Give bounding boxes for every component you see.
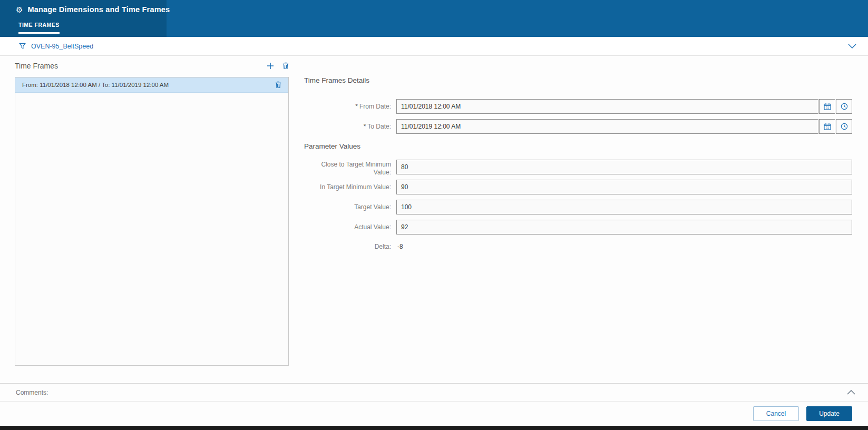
target-value-label: Target Value: [304,200,391,211]
close-to-target-input[interactable] [396,160,852,174]
target-value-input[interactable] [396,200,852,214]
chevron-up-icon[interactable] [847,390,855,395]
timeframe-list-item[interactable]: From: 11/01/2018 12:00 AM / To: 11/01/20… [15,77,288,93]
page-title: Manage Dimensions and Time Frames [27,5,170,14]
from-date-clock-button[interactable] [836,99,852,114]
manage-gear-icon: ⚙ [16,6,23,14]
in-target-label: In Target Minimum Value: [304,180,391,191]
target-value-row: Target Value: [304,200,852,214]
footer: Cancel Update [0,401,868,426]
parameter-values-title: Parameter Values [304,142,360,150]
update-button[interactable]: Update [806,406,852,421]
from-date-calendar-button[interactable]: 31 [819,99,835,114]
delta-label: Delta: [304,243,391,251]
delta-row: Delta: -8 [304,243,852,251]
chevron-down-icon[interactable] [848,44,856,48]
details-section-title: Time Frames Details [304,76,369,84]
close-to-target-row: Close to Target Minimum Value: [304,160,852,177]
header: ⚙ Manage Dimensions and Time Frames TIME… [0,0,868,37]
required-marker: * [364,123,366,130]
filter-icon [19,43,26,50]
from-date-label: *From Date: [304,99,391,111]
in-target-row: In Target Minimum Value: [304,180,852,194]
bottom-strip [0,426,868,430]
comments-bar[interactable]: Comments: [0,383,868,401]
svg-text:31: 31 [826,106,829,109]
timeframe-item-label: From: 11/01/2018 12:00 AM / To: 11/01/20… [22,82,169,88]
dimension-bar: OVEN-95_BeltSpeed [0,37,868,56]
svg-text:31: 31 [826,126,829,129]
actual-value-row: Actual Value: [304,220,852,234]
from-date-field: 31 [396,99,852,114]
in-target-input[interactable] [396,180,852,194]
delete-timeframe-row-icon[interactable] [275,81,281,89]
from-date-row: *From Date: 31 [304,99,852,114]
delete-timeframes-icon[interactable] [282,62,289,70]
actual-value-input[interactable] [396,220,852,234]
to-date-field: 31 [396,119,852,134]
timeframes-panel-header: Time Frames [15,62,289,70]
dimension-link[interactable]: OVEN-95_BeltSpeed [31,43,93,50]
tab-time-frames-label: TIME FRAMES [18,22,60,28]
delta-value: -8 [397,243,403,251]
actual-value-label: Actual Value: [304,220,391,231]
required-marker: * [355,103,358,110]
to-date-calendar-button[interactable]: 31 [819,119,835,134]
to-date-input[interactable] [396,119,818,134]
to-date-row: *To Date: 31 [304,119,852,134]
to-date-label: *To Date: [304,119,391,131]
manage-dimensions-dialog: ⚙ Manage Dimensions and Time Frames TIME… [0,0,868,430]
timeframes-list: From: 11/01/2018 12:00 AM / To: 11/01/20… [15,77,289,366]
comments-label: Comments: [16,389,48,396]
from-date-input[interactable] [396,99,818,114]
to-date-clock-button[interactable] [836,119,852,134]
close-to-target-label: Close to Target Minimum Value: [304,160,391,177]
title-row: ⚙ Manage Dimensions and Time Frames [16,5,170,14]
cancel-button[interactable]: Cancel [753,406,799,421]
tab-time-frames[interactable]: TIME FRAMES [18,22,60,34]
add-timeframe-icon[interactable] [267,62,274,70]
timeframes-panel-title: Time Frames [15,62,267,70]
